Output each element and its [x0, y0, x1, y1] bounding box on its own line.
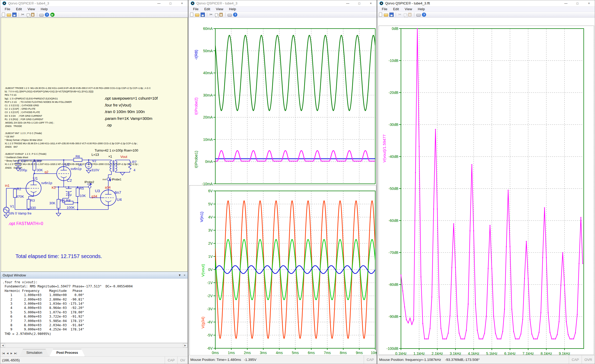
svg-text:-3V: -3V — [207, 307, 213, 311]
svg-text:q2: q2 — [45, 170, 48, 174]
svg-text:V(vout)/1.59477: V(vout)/1.59477 — [382, 135, 387, 163]
tab-first-icon: |◀ — [1, 352, 5, 355]
svg-text:R1: R1 — [37, 159, 41, 163]
svg-text:0mA: 0mA — [205, 159, 213, 164]
svg-text:IProbe2: IProbe2 — [84, 180, 94, 184]
svg-text:7ms: 7ms — [324, 351, 331, 355]
svg-text:-50dB: -50dB — [389, 186, 398, 191]
svg-text:-60dB: -60dB — [389, 218, 398, 223]
svg-text:-20dB: -20dB — [389, 90, 398, 95]
svg-text:-I(R8): -I(R8) — [194, 50, 198, 60]
svg-text:U2: U2 — [65, 162, 70, 167]
output-hscrollbar[interactable]: ◀ ▶ — [0, 343, 188, 348]
svg-text:R4: R4 — [60, 199, 65, 202]
svg-text:V(vout): V(vout) — [201, 264, 205, 277]
scroll-right-icon[interactable]: ▶ — [183, 343, 187, 347]
window-fft: Qorvo QSPICE® - tube4_3.fft — □ × File E… — [377, 0, 595, 364]
ovr-indicator: OVR — [582, 355, 595, 364]
svg-text:-80dB: -80dB — [389, 282, 398, 287]
desktop: Qorvo QSPICE® - tube4_3 — □ × File Edit … — [0, 0, 595, 364]
svg-text:0V: 0V — [208, 267, 213, 272]
sheet-tabbar: |◀◀ ▶▶| Simulation Post Process — [0, 348, 188, 357]
svg-text:IProbe1: IProbe1 — [112, 178, 121, 181]
svg-text:-100dB: -100dB — [387, 346, 398, 351]
tab-simulation[interactable]: Simulation — [19, 349, 49, 357]
tab-last-icon: ▶| — [14, 352, 18, 355]
svg-text:0ms: 0ms — [212, 351, 219, 355]
window-waveforms: Qorvo QSPICE® - tube4_3 — □ × File Edit … — [188, 0, 377, 364]
svg-text:V(in1): V(in1) — [199, 212, 204, 222]
svg-text:V(g34): V(g34) — [201, 317, 205, 328]
statusbar-schematic: (166,-6505) CAP OV — [0, 356, 188, 364]
svg-text:-10dB: -10dB — [389, 58, 398, 63]
svg-text:-40dB: -40dB — [389, 154, 398, 159]
svg-text:Vout: Vout — [120, 155, 127, 159]
svg-text:10K: 10K — [80, 194, 86, 198]
svg-text:30mA: 30mA — [203, 93, 213, 97]
svg-text:sv6n1p: sv6n1p — [41, 181, 52, 185]
svg-text:5ms: 5ms — [292, 351, 299, 355]
svg-text:310V: 310V — [91, 168, 99, 172]
svg-text:R7: R7 — [132, 160, 137, 164]
tab-post-process[interactable]: Post Process — [49, 349, 85, 357]
output-window-body[interactable]: .four fre v(vout): Fundamental: RMS Magn… — [0, 279, 188, 343]
waveform-plots[interactable]: 60mA50mA40mA30mA20mA10mA0mA-10mA6V5V4V3V… — [189, 0, 377, 364]
scroll-left-icon[interactable]: ◀ — [1, 343, 5, 347]
tab-nav-buttons[interactable]: |◀◀ ▶▶| — [1, 352, 18, 355]
svg-text:-2V: -2V — [207, 294, 213, 298]
svg-text:a34: a34 — [105, 185, 111, 189]
output-dropdown-icon[interactable]: ▼ — [178, 274, 181, 277]
svg-text:20mA: 20mA — [203, 115, 213, 119]
svg-text:-30dB: -30dB — [389, 122, 398, 127]
svg-text:5V: 5V — [208, 202, 213, 206]
svg-text:-90dB: -90dB — [389, 314, 398, 319]
svg-text:200µ: 200µ — [19, 168, 27, 172]
svg-text:3ms: 3ms — [260, 351, 267, 355]
svg-text:50mA: 50mA — [203, 49, 213, 53]
svg-text:in1: in1 — [5, 184, 9, 188]
svg-text:-70dB: -70dB — [389, 250, 398, 255]
svg-text:K2: K2 — [52, 186, 56, 190]
svg-text:R2: R2 — [17, 187, 21, 191]
svg-text:4ms: 4ms — [276, 351, 283, 355]
output-window-header[interactable]: Output Window ▼ × — [0, 272, 188, 279]
svg-text:1K: 1K — [78, 163, 82, 167]
svg-text:10ms: 10ms — [371, 351, 377, 355]
svg-text:2V: 2V — [208, 241, 213, 245]
svg-text:6n7: 6n7 — [115, 190, 121, 195]
fft-plot[interactable]: 0dB-10dB-20dB-30dB-40dB-50dB-60dB-70dB-8… — [377, 0, 595, 364]
svg-text:Turns=42 1 c=100p Rser=100: Turns=42 1 c=100p Rser=100 — [95, 149, 138, 152]
window-schematic: Qorvo QSPICE® - tube4_3 — □ × File Edit … — [0, 0, 188, 364]
caps-indicator: CAP — [165, 357, 177, 364]
svg-text:I(IProbe1): I(IProbe1) — [194, 151, 198, 168]
svg-text:4V: 4V — [208, 215, 213, 219]
svg-text:R8: R8 — [66, 199, 71, 202]
svg-text:V1: V1 — [10, 204, 14, 208]
output-close-icon[interactable]: × — [184, 274, 185, 277]
svg-text:+: + — [65, 186, 66, 189]
svg-text:I(IProbe2): I(IProbe2) — [194, 98, 198, 115]
statusbar-waveforms: Mouse Position: Time=-1.480ms -1.395V CA… — [189, 355, 377, 364]
svg-text:1ms: 1ms — [228, 351, 235, 355]
svg-text:L=13: L=13 — [92, 153, 99, 157]
svg-text:60mA: 60mA — [203, 26, 213, 31]
caps-indicator: CAP — [364, 355, 377, 364]
svg-text:-1V: -1V — [207, 281, 213, 285]
svg-text:4: 4 — [133, 168, 135, 172]
output-window-title: Output Window — [3, 273, 26, 277]
svg-text:.opt FASTMATH=0: .opt FASTMATH=0 — [8, 221, 43, 226]
caps-indicator: CAP — [569, 355, 582, 364]
svg-text:C2: C2 — [67, 178, 72, 183]
mouse-position-readout: Mouse Position: Time=-1.480ms -1.395V — [189, 358, 256, 362]
svg-text:-6V: -6V — [207, 346, 213, 350]
svg-text:U4: U4 — [117, 197, 122, 202]
statusbar-fft: Mouse Position: frequency=-1.1087kHz -93… — [377, 355, 595, 364]
svg-text:8ms: 8ms — [340, 351, 347, 355]
svg-text:R3: R3 — [30, 199, 35, 202]
fourier-analysis-text: .four fre v(vout): Fundamental: RMS Magn… — [1, 279, 187, 336]
svg-text:0V0: 0V0 — [103, 178, 106, 181]
svg-text:C1: C1 — [21, 159, 26, 163]
svg-text:R5: R5 — [79, 186, 84, 190]
svg-text:3V: 3V — [208, 228, 213, 232]
svg-text:-5V: -5V — [207, 333, 213, 337]
